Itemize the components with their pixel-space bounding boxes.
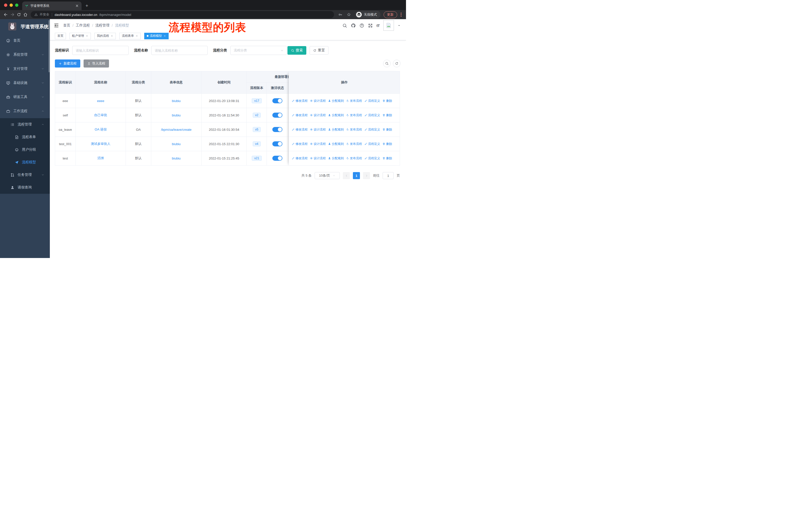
tab-close-icon[interactable]: [75, 4, 79, 8]
edit-flow-button[interactable]: 修改流程: [292, 142, 308, 146]
assign-rule-button[interactable]: 分配规则: [328, 156, 344, 161]
new-tab-button[interactable]: +: [84, 2, 90, 9]
version-badge[interactable]: v4: [253, 141, 261, 146]
name-link[interactable]: OA 请假: [95, 127, 107, 132]
assign-rule-button[interactable]: 分配规则: [328, 142, 344, 146]
design-flow-button[interactable]: 设计流程: [310, 128, 326, 132]
sidebar-item-process-form[interactable]: 流程表单: [0, 131, 50, 143]
active-toggle[interactable]: [272, 113, 283, 118]
form-link[interactable]: biubiu: [172, 113, 181, 117]
forward-icon[interactable]: [9, 11, 16, 18]
minimize-window-button[interactable]: [9, 3, 13, 7]
tag-我的流程[interactable]: 我的流程: [94, 33, 116, 39]
version-badge[interactable]: v2: [253, 113, 261, 118]
browser-tab[interactable]: 芋道管理系统: [22, 1, 82, 10]
edit-flow-button[interactable]: 修改流程: [292, 128, 308, 132]
edit-flow-button[interactable]: 修改流程: [292, 156, 308, 161]
reset-button[interactable]: 重置: [310, 46, 328, 55]
edit-flow-button[interactable]: 修改流程: [292, 99, 308, 103]
tag-首页[interactable]: 首页: [55, 33, 66, 39]
publish-flow-button[interactable]: 发布流程: [346, 128, 362, 132]
filter-name-input[interactable]: [151, 46, 208, 55]
chrome-update-button[interactable]: 更新: [384, 11, 397, 18]
page-size-select[interactable]: 10条/页: [315, 172, 340, 179]
breadcrumb-item[interactable]: 工作流程: [76, 23, 90, 28]
assign-rule-button[interactable]: 分配规则: [328, 128, 344, 132]
page-1-button[interactable]: 1: [353, 172, 360, 179]
assign-rule-button[interactable]: 分配规则: [328, 99, 344, 103]
import-flow-button[interactable]: 导入流程: [84, 59, 109, 67]
tag-流程模型[interactable]: 流程模型: [144, 33, 169, 39]
search-button[interactable]: 搜索: [287, 46, 306, 55]
delete-button[interactable]: 删除: [382, 156, 392, 161]
version-badge[interactable]: v5: [253, 127, 261, 132]
flow-define-button[interactable]: 流程定义: [364, 156, 380, 161]
form-link[interactable]: biubiu: [172, 157, 181, 160]
next-page-button[interactable]: [363, 172, 370, 179]
design-flow-button[interactable]: 设计流程: [310, 156, 326, 161]
publish-flow-button[interactable]: 发布流程: [346, 156, 362, 161]
help-icon[interactable]: [359, 23, 364, 28]
sidebar-item-infra[interactable]: 基础设施: [0, 76, 50, 90]
sidebar-logo[interactable]: 芋道管理系统: [0, 19, 50, 33]
filter-category-select[interactable]: 流程分类: [230, 46, 287, 55]
delete-button[interactable]: 删除: [382, 128, 392, 132]
goto-page-input[interactable]: [383, 172, 394, 179]
sidebar-item-devtools[interactable]: 研发工具: [0, 90, 50, 104]
edit-flow-button[interactable]: 修改流程: [292, 113, 308, 117]
reload-icon[interactable]: [16, 11, 22, 18]
sidebar-scrollbar[interactable]: [49, 20, 50, 72]
sidebar-item-home[interactable]: 首页: [0, 33, 50, 48]
create-flow-button[interactable]: 新建流程: [55, 59, 80, 67]
design-flow-button[interactable]: 设计流程: [310, 99, 326, 103]
avatar-caret-icon[interactable]: [398, 24, 401, 27]
toggle-search-button[interactable]: [383, 60, 390, 67]
design-flow-button[interactable]: 设计流程: [310, 113, 326, 117]
refresh-table-button[interactable]: [393, 60, 401, 67]
close-icon[interactable]: [163, 34, 166, 37]
active-toggle[interactable]: [272, 127, 283, 132]
active-toggle[interactable]: [272, 98, 283, 103]
publish-flow-button[interactable]: 发布流程: [346, 142, 362, 146]
sidebar-item-payment[interactable]: 支付管理: [0, 62, 50, 76]
sidebar-item-process-model[interactable]: 流程模型: [0, 156, 50, 168]
version-badge[interactable]: v17: [252, 98, 262, 103]
active-toggle[interactable]: [272, 141, 283, 146]
sidebar-item-task-mgmt[interactable]: 任务管理: [0, 168, 50, 181]
github-icon[interactable]: [351, 23, 356, 28]
version-badge[interactable]: v21: [252, 156, 262, 161]
form-link[interactable]: /bpm/oa/leave/create: [161, 128, 191, 132]
delete-button[interactable]: 删除: [382, 142, 392, 146]
address-bar[interactable]: 不安全 dashboard.yudao.iocoder.cn/bpm/manag…: [31, 11, 334, 18]
close-icon[interactable]: [136, 34, 138, 37]
sidebar-item-user-group[interactable]: 用户分组: [0, 143, 50, 156]
zoom-window-button[interactable]: [15, 3, 18, 7]
fullscreen-icon[interactable]: [368, 23, 373, 28]
delete-button[interactable]: 删除: [382, 99, 392, 103]
close-window-button[interactable]: [4, 3, 7, 7]
form-link[interactable]: biubiu: [172, 99, 181, 103]
browser-menu-icon[interactable]: [400, 11, 403, 18]
delete-button[interactable]: 删除: [382, 113, 392, 117]
publish-flow-button[interactable]: 发布流程: [346, 113, 362, 117]
name-link[interactable]: 自己审批: [94, 113, 107, 117]
sidebar-item-workflow[interactable]: 工作流程: [0, 104, 50, 118]
tag-流程表单[interactable]: 流程表单: [119, 33, 141, 39]
bookmark-star-icon[interactable]: [347, 12, 351, 17]
home-icon[interactable]: [22, 11, 29, 18]
close-icon[interactable]: [111, 34, 113, 37]
name-link[interactable]: 滔博: [97, 156, 104, 161]
close-icon[interactable]: [86, 34, 88, 37]
active-toggle[interactable]: [272, 156, 283, 161]
back-icon[interactable]: [2, 11, 9, 18]
search-icon[interactable]: [342, 23, 347, 28]
sidebar-item-system[interactable]: 系统管理: [0, 48, 50, 62]
font-size-icon[interactable]: tT: [377, 23, 380, 28]
flow-define-button[interactable]: 流程定义: [364, 128, 380, 132]
publish-flow-button[interactable]: 发布流程: [346, 99, 362, 103]
name-link[interactable]: 测试多审批人: [91, 142, 111, 146]
collapse-sidebar-icon[interactable]: [54, 23, 59, 28]
assign-rule-button[interactable]: 分配规则: [328, 113, 344, 117]
flow-define-button[interactable]: 流程定义: [364, 113, 380, 117]
window-controls[interactable]: [4, 3, 18, 7]
